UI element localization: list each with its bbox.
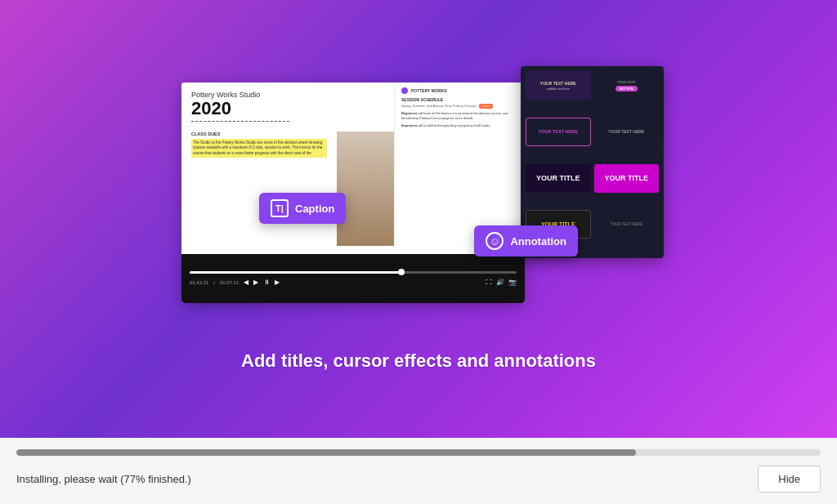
- style-item-6[interactable]: YOUR TITLE: [594, 164, 660, 193]
- video-current-time: 01:42:21: [190, 280, 208, 285]
- top-section: Pottery Works Studio 2020 CLASS DUES The…: [0, 0, 837, 438]
- annotation-label: Annotation: [510, 235, 566, 248]
- annotation-tooltip: ☺ Annotation: [474, 225, 578, 256]
- style-label-5: YOUR TITLE: [536, 174, 580, 182]
- style-item-2[interactable]: YOUR TEXT BUTTON: [594, 71, 660, 100]
- style-item-1[interactable]: YOUR TEXT HEREsubtitle text here: [526, 71, 591, 100]
- video-thumb: [398, 269, 405, 275]
- progress-bar-container: [16, 449, 821, 456]
- style-item-8[interactable]: YOUR TEXT HERE: [594, 210, 660, 239]
- video-controls: 01:42:21 | 01:07:11 ◀ ▶ ⏸ ▶ ⛶ 🔊 📷: [190, 279, 517, 286]
- beginners-text: Beginners will learn all the basics in a…: [401, 111, 518, 121]
- caption-icon: T|: [271, 199, 289, 217]
- annotation-icon-text: ☺: [490, 235, 500, 248]
- style-label-6: YOUR TITLE: [605, 174, 649, 182]
- session-text: Spring, Summer, and Autumn Term Pottery …: [401, 104, 518, 109]
- style-label-1: YOUR TEXT HEREsubtitle text here: [540, 81, 576, 91]
- video-progress-fill: [190, 271, 402, 274]
- pottery-works-label: POTTERY WORKS: [411, 88, 447, 93]
- forward-button[interactable]: ▶: [275, 279, 280, 286]
- video-total-time: 01:07:11: [220, 280, 239, 285]
- status-row: Installing, please wait (77% finished.) …: [16, 466, 821, 493]
- video-icons-right: ⛶ 🔊 📷: [486, 279, 517, 286]
- doc-highlighted-text: The Studio at the Pottery Works Studio a…: [191, 139, 327, 158]
- doc-divider: [191, 121, 289, 122]
- status-text: Installing, please wait (77% finished.): [16, 473, 191, 485]
- video-player: 01:42:21 | 01:07:11 ◀ ▶ ⏸ ▶ ⛶ 🔊 📷: [181, 254, 525, 303]
- doc-text-col: CLASS DUES The Studio at the Pottery Wor…: [181, 132, 337, 246]
- style-item-3[interactable]: YOUR TEXT HERE: [526, 118, 591, 146]
- annotation-icon: ☺: [486, 232, 504, 250]
- volume-icon[interactable]: 🔊: [496, 279, 504, 286]
- bottom-section: Installing, please wait (77% finished.) …: [0, 438, 837, 504]
- caption-tooltip: T| Caption: [259, 193, 346, 224]
- improvers-text: Improvers will re-skill techniques they …: [401, 123, 518, 128]
- caption-icon-text: T|: [275, 203, 284, 213]
- style-button-2: BUTTON: [615, 86, 638, 91]
- doc-section-title: CLASS DUES: [191, 132, 327, 136]
- progress-bar-fill: [16, 449, 636, 456]
- video-timeline[interactable]: [190, 271, 517, 274]
- style-label-4: YOUR TEXT HERE: [608, 129, 644, 134]
- style-label-8: YOUR TEXT HERE: [610, 222, 642, 226]
- style-label-3: YOUR TEXT HERE: [539, 129, 578, 134]
- caption-label: Caption: [295, 203, 334, 215]
- logo-dot: [401, 87, 408, 94]
- pottery-works-header: POTTERY WORKS: [401, 87, 518, 94]
- camera-icon[interactable]: 📷: [508, 279, 517, 286]
- video-separator: |: [213, 280, 215, 285]
- rewind-button[interactable]: ◀: [244, 279, 248, 286]
- style-item-4[interactable]: YOUR TEXT HERE: [594, 118, 660, 146]
- hide-button[interactable]: Hide: [758, 466, 821, 493]
- fullscreen-icon[interactable]: ⛶: [486, 279, 492, 286]
- main-tagline: Add titles, cursor effects and annotatio…: [241, 350, 596, 372]
- session-badge: 10 week: [479, 104, 493, 109]
- pause-button[interactable]: ⏸: [263, 279, 270, 286]
- session-schedule-title: SESSION SCHEDULE: [401, 97, 518, 102]
- play-button[interactable]: ▶: [253, 279, 258, 286]
- preview-container: Pottery Works Studio 2020 CLASS DUES The…: [181, 66, 656, 336]
- style-item-5[interactable]: YOUR TITLE: [526, 164, 591, 193]
- doc-preview: Pottery Works Studio 2020 CLASS DUES The…: [181, 83, 525, 303]
